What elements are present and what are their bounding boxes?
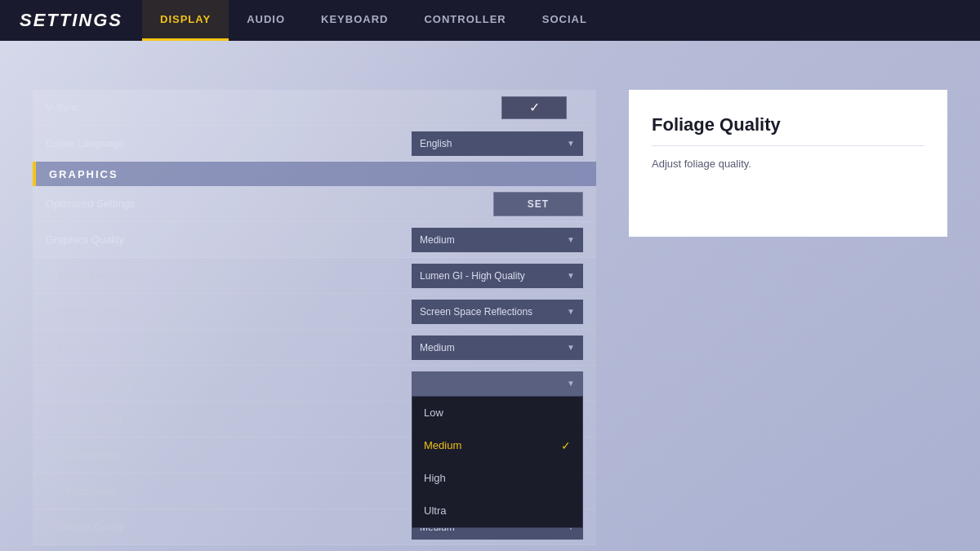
info-title: Foliage Quality <box>652 114 924 146</box>
tab-display[interactable]: DISPLAY <box>142 0 229 41</box>
graphics-section-header: GRAPHICS <box>33 162 596 186</box>
post-processing-dropdown-menu: Low Medium ✓ High Ultra <box>412 396 583 528</box>
reflection-quality-row: Reflection Quality Screen Space Reflecti… <box>33 294 596 330</box>
main-content: V-Sync ✓ Game Language English ▼ GRAPHIC… <box>0 41 980 551</box>
reflection-quality-label: Reflection Quality <box>59 306 412 318</box>
model-detail-row: Model Detail Medium ▼ <box>33 330 596 366</box>
game-language-value: English <box>420 138 452 149</box>
dropdown-option-low[interactable]: Low <box>412 397 582 429</box>
app-title: SETTINGS <box>0 10 142 31</box>
texture-detail-label: Texture Detail <box>59 450 412 461</box>
post-processing-label: Post-Processing <box>59 378 412 389</box>
tab-keyboard[interactable]: KEYBOARD <box>303 0 406 41</box>
dropdown-option-high[interactable]: High <box>412 462 582 495</box>
set-button[interactable]: SET <box>493 192 583 216</box>
game-language-chevron-icon: ▼ <box>567 139 575 148</box>
graphics-quality-row: Graphics Quality Medium ▼ <box>33 222 596 258</box>
vsync-checkbox-container: ✓ <box>485 96 583 119</box>
global-illumination-label: Global Illumination <box>59 270 412 282</box>
post-processing-dropdown-container: ▼ Low Medium ✓ High Ultra <box>412 371 583 396</box>
reflection-quality-dropdown[interactable]: Screen Space Reflections ▼ <box>412 300 583 324</box>
dropdown-option-medium[interactable]: Medium ✓ <box>412 429 582 462</box>
shadow-detail-label: Shadow Detail <box>59 414 412 425</box>
vsync-row: V-Sync ✓ <box>33 90 596 126</box>
vsync-checkbox[interactable]: ✓ <box>501 96 567 119</box>
reflection-quality-value: Screen Space Reflections <box>420 306 532 318</box>
global-illumination-value: Lumen GI - High Quality <box>420 270 525 282</box>
model-detail-chevron-icon: ▼ <box>567 343 575 352</box>
post-processing-chevron-icon: ▼ <box>567 379 575 388</box>
effects-detail-label: Effects Detail <box>59 486 412 497</box>
model-detail-value: Medium <box>420 342 455 353</box>
info-panel: Foliage Quality Adjust foliage quality. <box>629 90 947 237</box>
optimized-settings-row: Optimized Settings SET <box>33 186 596 222</box>
graphics-quality-label: Graphics Quality <box>46 233 412 246</box>
global-illumination-dropdown[interactable]: Lumen GI - High Quality ▼ <box>412 264 583 288</box>
settings-panel: V-Sync ✓ Game Language English ▼ GRAPHIC… <box>33 90 596 545</box>
game-language-label: Game Language <box>46 137 412 149</box>
topbar: SETTINGS DISPLAY AUDIO KEYBOARD CONTROLL… <box>0 0 980 41</box>
game-language-row: Game Language English ▼ <box>33 126 596 162</box>
graphics-section-label: GRAPHICS <box>49 168 118 180</box>
foliage-quality-label: Foliage Quality <box>59 522 412 533</box>
vsync-label: V-Sync <box>46 101 485 113</box>
info-description: Adjust foliage quality. <box>652 156 924 172</box>
model-detail-dropdown[interactable]: Medium ▼ <box>412 335 583 360</box>
optimized-settings-label: Optimized Settings <box>46 198 493 210</box>
tab-audio[interactable]: AUDIO <box>229 0 303 41</box>
game-language-dropdown[interactable]: English ▼ <box>412 131 583 156</box>
graphics-quality-dropdown[interactable]: Medium ▼ <box>412 228 583 252</box>
global-illumination-row: Global Illumination Lumen GI - High Qual… <box>33 258 596 294</box>
graphics-quality-chevron-icon: ▼ <box>567 235 575 244</box>
global-illumination-chevron-icon: ▼ <box>567 271 575 280</box>
reflection-quality-chevron-icon: ▼ <box>567 307 575 316</box>
post-processing-row: Post-Processing ▼ Low Medium ✓ Hi <box>33 366 596 402</box>
dropdown-selected-check-icon: ✓ <box>561 439 571 452</box>
tab-controller[interactable]: CONTROLLER <box>406 0 523 41</box>
tab-social[interactable]: SOCIAL <box>524 0 605 41</box>
model-detail-label: Model Detail <box>59 342 412 353</box>
vsync-check-icon: ✓ <box>529 100 540 115</box>
nav-tabs: DISPLAY AUDIO KEYBOARD CONTROLLER SOCIAL <box>142 0 605 41</box>
dropdown-option-ultra[interactable]: Ultra <box>412 495 582 527</box>
graphics-quality-value: Medium <box>420 234 455 246</box>
post-processing-dropdown[interactable]: ▼ <box>412 371 583 396</box>
